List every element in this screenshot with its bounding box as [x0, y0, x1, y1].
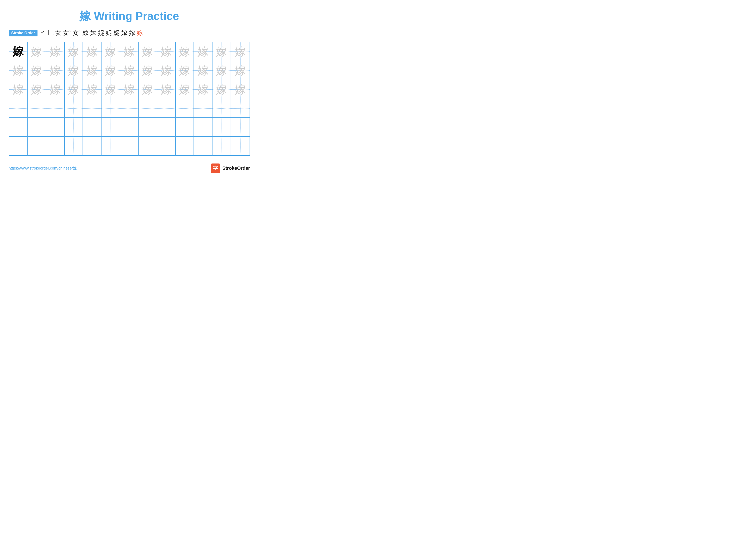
grid-cell[interactable] [157, 137, 176, 155]
grid-cell[interactable] [157, 118, 176, 136]
grid-cell[interactable]: 嫁 [139, 80, 157, 99]
grid-cell[interactable] [231, 137, 250, 155]
grid-cell[interactable] [139, 137, 157, 155]
stroke-10: 娖 [114, 29, 120, 37]
grid-cell[interactable]: 嫁 [120, 42, 139, 61]
grid-cell[interactable]: 嫁 [101, 80, 120, 99]
grid-cell[interactable] [9, 118, 28, 136]
grid-cell[interactable]: 嫁 [139, 42, 157, 61]
stroke-9: 娖 [106, 29, 112, 37]
grid-cell[interactable] [176, 137, 194, 155]
grid-cell[interactable]: 嫁 [231, 61, 250, 80]
grid-cell[interactable] [83, 99, 101, 117]
cell-character: 嫁 [50, 84, 61, 95]
grid-cell[interactable]: 嫁 [157, 42, 176, 61]
grid-cell[interactable]: 嫁 [65, 80, 83, 99]
cell-character: 嫁 [105, 46, 116, 57]
grid-cell[interactable]: 嫁 [212, 42, 231, 61]
grid-cell[interactable]: 嫁 [46, 80, 65, 99]
stroke-3: 女 [55, 29, 61, 37]
grid-cell[interactable] [194, 137, 212, 155]
grid-cell[interactable] [46, 118, 65, 136]
grid-cell[interactable]: 嫁 [120, 80, 139, 99]
cell-character: 嫁 [31, 46, 42, 57]
grid-cell[interactable] [139, 99, 157, 117]
grid-cell[interactable]: 嫁 [9, 80, 28, 99]
grid-cell[interactable]: 嫁 [194, 42, 212, 61]
cell-character: 嫁 [68, 46, 79, 57]
grid-cell[interactable] [101, 99, 120, 117]
cell-character: 嫁 [86, 46, 97, 57]
grid-cell[interactable] [231, 99, 250, 117]
grid-cell[interactable] [120, 99, 139, 117]
grid-row: 嫁嫁嫁嫁嫁嫁嫁嫁嫁嫁嫁嫁嫁 [9, 42, 250, 61]
practice-grid: 嫁嫁嫁嫁嫁嫁嫁嫁嫁嫁嫁嫁嫁嫁嫁嫁嫁嫁嫁嫁嫁嫁嫁嫁嫁嫁嫁嫁嫁嫁嫁嫁嫁嫁嫁嫁嫁嫁嫁 [9, 42, 250, 156]
grid-cell[interactable]: 嫁 [194, 80, 212, 99]
grid-cell[interactable] [83, 118, 101, 136]
cell-character: 嫁 [216, 46, 227, 57]
grid-cell[interactable] [46, 137, 65, 155]
grid-cell[interactable]: 嫁 [101, 61, 120, 80]
grid-cell[interactable]: 嫁 [46, 61, 65, 80]
grid-cell[interactable] [101, 137, 120, 155]
grid-cell[interactable]: 嫁 [176, 61, 194, 80]
grid-cell[interactable]: 嫁 [176, 42, 194, 61]
grid-cell[interactable] [194, 118, 212, 136]
stroke-6: 奻 [83, 29, 89, 37]
grid-cell[interactable]: 嫁 [120, 61, 139, 80]
footer-url[interactable]: https://www.strokeorder.com/chinese/嫁 [9, 165, 77, 171]
grid-cell[interactable]: 嫁 [9, 42, 28, 61]
grid-cell[interactable] [212, 118, 231, 136]
grid-cell[interactable]: 嫁 [65, 61, 83, 80]
grid-cell[interactable]: 嫁 [83, 80, 101, 99]
grid-cell[interactable]: 嫁 [101, 42, 120, 61]
grid-cell[interactable] [176, 99, 194, 117]
grid-cell[interactable] [120, 118, 139, 136]
grid-cell[interactable]: 嫁 [28, 61, 46, 80]
grid-cell[interactable]: 嫁 [46, 42, 65, 61]
grid-cell[interactable]: 嫁 [176, 80, 194, 99]
grid-cell[interactable] [65, 137, 83, 155]
grid-cell[interactable] [212, 99, 231, 117]
grid-cell[interactable]: 嫁 [157, 61, 176, 80]
grid-cell[interactable]: 嫁 [157, 80, 176, 99]
grid-cell[interactable] [212, 137, 231, 155]
grid-cell[interactable] [28, 99, 46, 117]
cell-character: 嫁 [161, 46, 172, 57]
grid-cell[interactable]: 嫁 [83, 42, 101, 61]
stroke-13-red: 嫁 [137, 29, 143, 37]
grid-cell[interactable] [194, 99, 212, 117]
cell-character: 嫁 [142, 46, 153, 57]
grid-cell[interactable]: 嫁 [212, 80, 231, 99]
grid-cell[interactable]: 嫁 [212, 61, 231, 80]
grid-cell[interactable]: 嫁 [65, 42, 83, 61]
cell-character: 嫁 [235, 84, 246, 95]
grid-cell[interactable]: 嫁 [194, 61, 212, 80]
grid-cell[interactable] [28, 137, 46, 155]
grid-cell[interactable] [231, 118, 250, 136]
grid-row [9, 118, 250, 137]
grid-cell[interactable] [101, 118, 120, 136]
grid-cell[interactable] [65, 118, 83, 136]
cell-character: 嫁 [142, 65, 153, 76]
grid-cell[interactable] [83, 137, 101, 155]
grid-cell[interactable]: 嫁 [231, 80, 250, 99]
grid-cell[interactable]: 嫁 [28, 80, 46, 99]
grid-cell[interactable]: 嫁 [28, 42, 46, 61]
grid-cell[interactable]: 嫁 [9, 61, 28, 80]
grid-cell[interactable] [176, 118, 194, 136]
grid-cell[interactable] [157, 99, 176, 117]
cell-character: 嫁 [86, 65, 97, 76]
grid-cell[interactable] [9, 99, 28, 117]
grid-cell[interactable]: 嫁 [231, 42, 250, 61]
grid-cell[interactable] [139, 118, 157, 136]
grid-cell[interactable]: 嫁 [139, 61, 157, 80]
grid-cell[interactable] [28, 118, 46, 136]
grid-cell[interactable] [9, 137, 28, 155]
cell-character: 嫁 [123, 84, 135, 95]
cell-character: 嫁 [13, 84, 24, 95]
grid-cell[interactable]: 嫁 [83, 61, 101, 80]
grid-cell[interactable] [65, 99, 83, 117]
grid-cell[interactable] [120, 137, 139, 155]
grid-cell[interactable] [46, 99, 65, 117]
